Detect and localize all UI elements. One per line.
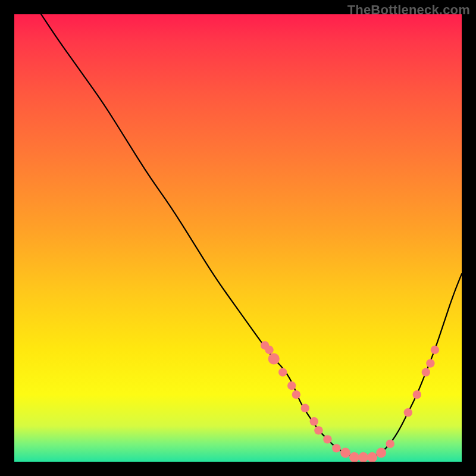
plot-area xyxy=(14,14,462,462)
chart-frame: TheBottleneck.com xyxy=(0,0,476,476)
chart-gradient-bg xyxy=(14,14,462,462)
